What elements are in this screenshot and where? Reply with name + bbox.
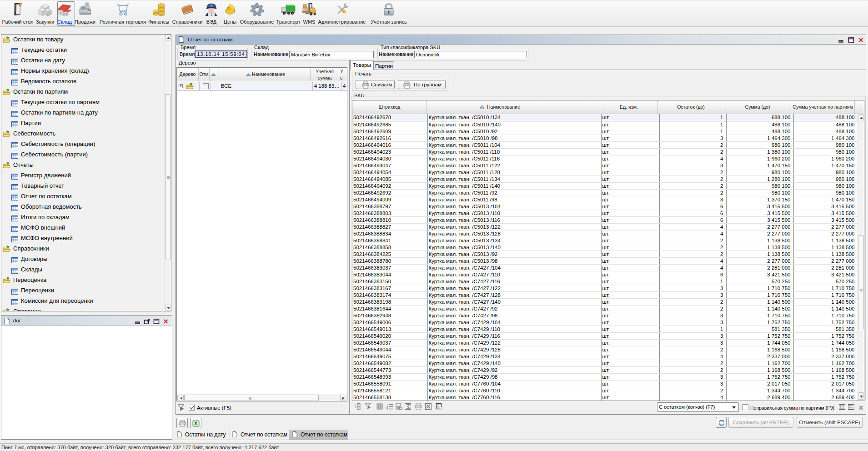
svg-text:3: 3 xyxy=(386,408,388,411)
